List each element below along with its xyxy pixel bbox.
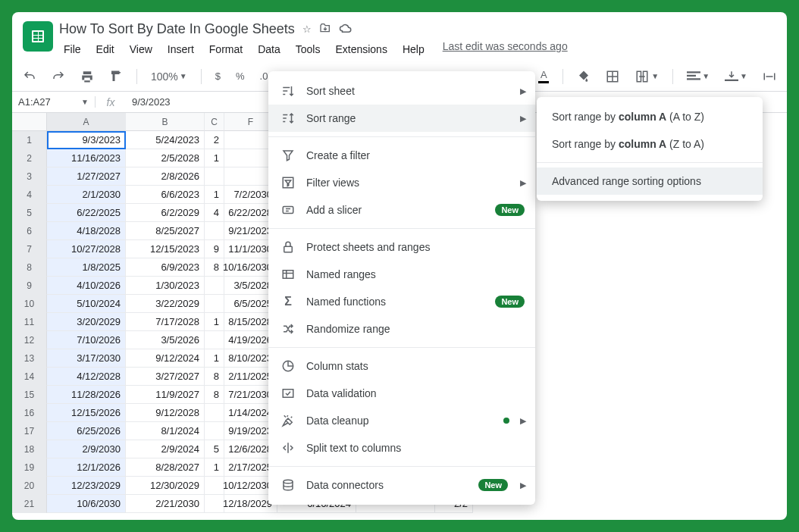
cell[interactable] xyxy=(205,167,224,186)
cell[interactable] xyxy=(205,295,224,313)
move-icon[interactable] xyxy=(319,22,331,36)
cell[interactable]: 2/21/2030 xyxy=(126,495,205,513)
cell[interactable]: 4/12/2028 xyxy=(47,368,126,386)
cell[interactable]: 10/27/2028 xyxy=(47,240,126,258)
cell[interactable]: 8/25/2027 xyxy=(126,222,205,240)
cell[interactable]: 1 xyxy=(205,349,224,368)
wrap-button[interactable] xyxy=(758,68,781,85)
cell[interactable]: 8/28/2027 xyxy=(126,458,205,477)
row-header[interactable]: 1 xyxy=(12,131,47,149)
data-menu-named-ranges[interactable]: Named ranges xyxy=(268,261,535,288)
cell[interactable]: 12/30/2029 xyxy=(126,477,205,495)
select-all-corner[interactable] xyxy=(12,113,47,131)
sheets-logo[interactable] xyxy=(23,21,53,52)
cell[interactable]: 3/20/2029 xyxy=(47,313,126,331)
cell[interactable]: 12/15/2026 xyxy=(47,404,126,422)
menu-view[interactable]: View xyxy=(125,40,157,58)
menu-edit[interactable]: Edit xyxy=(92,40,119,58)
row-header[interactable]: 13 xyxy=(12,349,47,368)
data-menu-protect-sheets-and-ranges[interactable]: Protect sheets and ranges xyxy=(268,233,535,261)
fill-color-button[interactable] xyxy=(572,67,595,86)
cell[interactable]: 11/9/2027 xyxy=(126,386,205,404)
cell[interactable]: 11/16/2023 xyxy=(47,149,126,167)
zoom-dropdown[interactable]: 100% ▼ xyxy=(146,67,192,86)
column-header-C[interactable]: C xyxy=(205,113,224,131)
row-header[interactable]: 15 xyxy=(12,386,47,404)
valign-button[interactable]: ▼ xyxy=(720,68,752,85)
currency-button[interactable]: $ xyxy=(211,67,225,85)
menu-data[interactable]: Data xyxy=(253,40,285,58)
borders-button[interactable] xyxy=(601,67,624,86)
cell[interactable]: 6/22/2025 xyxy=(47,204,126,222)
cell[interactable]: 8 xyxy=(205,368,224,386)
row-header[interactable]: 17 xyxy=(12,422,47,440)
cell[interactable]: 2/8/2026 xyxy=(126,167,205,186)
cell[interactable]: 2/1/2030 xyxy=(47,186,126,204)
cell[interactable]: 2 xyxy=(205,131,224,149)
row-header[interactable]: 9 xyxy=(12,277,47,295)
cell[interactable]: 3/22/2029 xyxy=(126,295,205,313)
star-icon[interactable]: ☆ xyxy=(302,23,312,35)
data-menu-named-functions[interactable]: ΣNamed functionsNew xyxy=(268,288,535,315)
data-menu-split-text-to-columns[interactable]: Split text to columns xyxy=(268,434,535,462)
row-header[interactable]: 6 xyxy=(12,222,47,240)
cell[interactable]: 7/17/2028 xyxy=(126,313,205,331)
data-menu-create-a-filter[interactable]: Create a filter xyxy=(268,142,535,169)
cell[interactable] xyxy=(205,477,224,495)
data-menu-column-stats[interactable]: Column stats xyxy=(268,352,535,380)
data-menu-add-a-slicer[interactable]: Add a slicerNew xyxy=(268,196,535,224)
menu-tools[interactable]: Tools xyxy=(291,40,325,58)
cell[interactable]: 8 xyxy=(205,386,224,404)
cell[interactable]: 5/24/2023 xyxy=(126,131,205,149)
cell[interactable]: 8 xyxy=(205,258,224,277)
cell[interactable]: 2/5/2028 xyxy=(126,149,205,167)
cell[interactable]: 3/5/2026 xyxy=(126,331,205,349)
data-menu-filter-views[interactable]: Filter views▶ xyxy=(268,169,535,196)
advanced-sort-options[interactable]: Advanced range sorting options xyxy=(537,167,763,195)
cell[interactable]: 3/27/2027 xyxy=(126,368,205,386)
cell[interactable]: 9/3/2023 xyxy=(47,131,126,149)
row-header[interactable]: 8 xyxy=(12,258,47,277)
cell[interactable]: 4/10/2026 xyxy=(47,277,126,295)
cell[interactable]: 1 xyxy=(205,313,224,331)
cell[interactable] xyxy=(205,422,224,440)
row-header[interactable]: 12 xyxy=(12,331,47,349)
cell[interactable]: 7/10/2026 xyxy=(47,331,126,349)
cell[interactable]: 9/12/2024 xyxy=(126,349,205,368)
cell[interactable]: 5/10/2024 xyxy=(47,295,126,313)
text-color-button[interactable]: A xyxy=(534,66,553,86)
cell[interactable]: 1/30/2023 xyxy=(126,277,205,295)
cell[interactable]: 8/1/2024 xyxy=(126,422,205,440)
row-header[interactable]: 2 xyxy=(12,149,47,167)
sort-range-az[interactable]: Sort range by column A (A to Z) xyxy=(537,103,763,130)
cell[interactable]: 1/8/2025 xyxy=(47,258,126,277)
cell[interactable]: 5 xyxy=(205,440,224,458)
cell[interactable]: 6/25/2026 xyxy=(47,422,126,440)
row-header[interactable]: 4 xyxy=(12,186,47,204)
print-button[interactable] xyxy=(76,67,99,86)
menu-extensions[interactable]: Extensions xyxy=(331,40,391,58)
cell[interactable]: 11/28/2026 xyxy=(47,386,126,404)
cell[interactable] xyxy=(205,495,224,513)
cell[interactable] xyxy=(205,331,224,349)
data-menu-sort-sheet[interactable]: Sort sheet▶ xyxy=(268,77,535,105)
cell[interactable]: 12/1/2026 xyxy=(47,458,126,477)
cell[interactable]: 1/27/2027 xyxy=(47,167,126,186)
cell[interactable]: 9/12/2028 xyxy=(126,404,205,422)
row-header[interactable]: 5 xyxy=(12,204,47,222)
column-header-A[interactable]: A xyxy=(47,113,126,131)
cell[interactable] xyxy=(205,404,224,422)
cell[interactable]: 6/2/2029 xyxy=(126,204,205,222)
document-title[interactable]: How To Sort By Date In Google Sheets xyxy=(59,21,295,37)
cell[interactable] xyxy=(205,277,224,295)
redo-button[interactable] xyxy=(47,67,70,86)
row-header[interactable]: 3 xyxy=(12,167,47,186)
cell[interactable] xyxy=(205,222,224,240)
row-header[interactable]: 16 xyxy=(12,404,47,422)
cell[interactable]: 1 xyxy=(205,149,224,167)
cell[interactable]: 2/9/2024 xyxy=(126,440,205,458)
row-header[interactable]: 11 xyxy=(12,313,47,331)
cell[interactable]: 2/9/2030 xyxy=(47,440,126,458)
cell[interactable]: 3/17/2030 xyxy=(47,349,126,368)
cell[interactable]: 12/15/2023 xyxy=(126,240,205,258)
